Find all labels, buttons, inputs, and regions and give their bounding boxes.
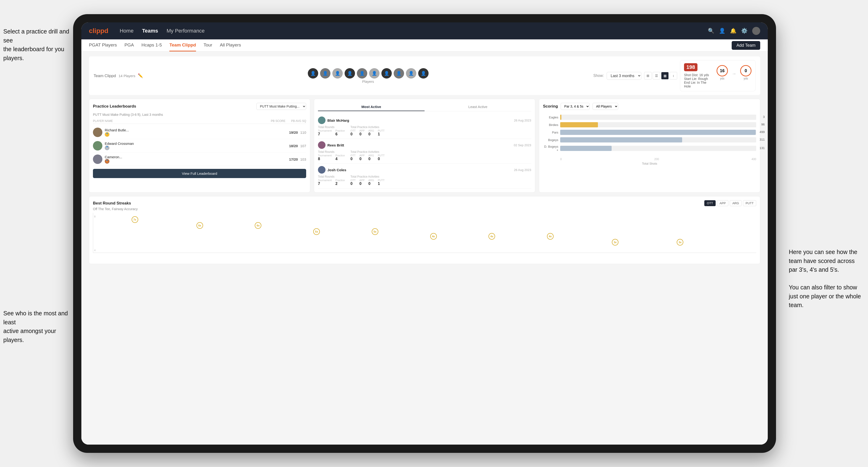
- streak-dot-circle-10: 3x: [677, 239, 683, 246]
- player-avatar-5[interactable]: 👤: [357, 68, 367, 79]
- pa-stats-1: Total Rounds Tournament 7 Practice 6: [318, 125, 531, 136]
- lb-name-1: Richard Butle...: [105, 128, 286, 132]
- subnav-pga[interactable]: PGA: [125, 39, 134, 52]
- lb-avg-2: 107: [300, 144, 306, 148]
- player-avatar-10[interactable]: 👤: [418, 68, 429, 79]
- nav-my-performance[interactable]: My Performance: [166, 28, 205, 34]
- axis-0: 0: [560, 158, 562, 161]
- streak-dot-8[interactable]: 4x: [547, 233, 554, 240]
- nav-home[interactable]: Home: [120, 28, 133, 34]
- pa-name-2: Rees Britt: [328, 143, 344, 147]
- bar-val-eagles: 3: [763, 115, 765, 119]
- streak-dot-5[interactable]: 5x: [372, 228, 378, 235]
- pa-tournament-1: Tournament 7: [318, 129, 332, 136]
- player-avatar-9[interactable]: 👤: [406, 68, 416, 79]
- bar-track-pars: 499: [560, 130, 756, 135]
- bar-fill-pars: [560, 130, 756, 135]
- streak-dot-9[interactable]: 3x: [612, 239, 618, 246]
- subnav: PGAT Players PGA Hcaps 1-5 Team Clippd T…: [81, 39, 768, 52]
- view-full-leaderboard-button[interactable]: View Full Leaderboard: [93, 169, 306, 178]
- lb-badge-1: 🏅: [105, 132, 110, 137]
- scoring-par-filter[interactable]: Par 3, 4 & 5s Par 3s Par 4s Par 5s: [561, 103, 590, 110]
- pa-rounds-row-3: Tournament 7 Practice 2: [318, 179, 345, 186]
- pa-activities-group-1: Total Practice Activities OTT 0 APP 0: [350, 125, 385, 136]
- subnav-pgat[interactable]: PGAT Players: [89, 39, 117, 52]
- pa-header-1: Blair McHarg 26 Aug 2023: [318, 117, 531, 124]
- streak-dot-4[interactable]: 5x: [313, 228, 320, 235]
- lb-score-1: 19/20: [289, 130, 298, 134]
- app-logo: clippd: [89, 27, 108, 35]
- streak-filter-app[interactable]: APP: [717, 200, 728, 206]
- streak-dot-2[interactable]: 6x: [196, 222, 203, 229]
- bar-row-birdies: Birdies 96: [543, 122, 756, 127]
- tab-least-active[interactable]: Least Active: [425, 103, 531, 111]
- player-avatar-1[interactable]: 👤: [308, 68, 318, 79]
- player-avatar-2[interactable]: 👤: [320, 68, 331, 79]
- streaks-subtitle: Off The Tee, Fairway Accuracy: [93, 207, 756, 211]
- players-label: Players: [362, 80, 374, 84]
- lb-name-2: Edward Crossman: [105, 142, 286, 146]
- scoring-card: Scoring Par 3, 4 & 5s Par 3s Par 4s Par …: [539, 99, 760, 192]
- drill-select[interactable]: PUTT Must Make Putting...: [256, 103, 306, 110]
- add-team-button[interactable]: Add Team: [732, 41, 760, 50]
- activity-card: Most Active Least Active Blair McHarg 26…: [314, 99, 535, 192]
- streak-dot-6[interactable]: 4x: [430, 233, 437, 240]
- profile-icon[interactable]: 👤: [719, 28, 725, 34]
- show-filter-select[interactable]: Last 3 months Last 6 months Last year: [607, 72, 641, 80]
- tab-most-active[interactable]: Most Active: [318, 103, 425, 111]
- player-avatar-7[interactable]: 👤: [381, 68, 392, 79]
- team-header: Team Clippd 14 Players ✏️ 👤 👤 👤 👤 👤 👤 👤: [89, 56, 760, 95]
- streak-dot-7[interactable]: 4x: [489, 233, 495, 240]
- navbar-icons: 🔍 👤 🔔 ⚙️: [708, 27, 760, 35]
- pa-stats-2: Total Rounds Tournament 8 Practice 4: [318, 150, 531, 161]
- search-icon[interactable]: 🔍: [708, 28, 714, 34]
- scoring-player-filter[interactable]: All Players: [592, 103, 618, 110]
- subnav-team-clippd[interactable]: Team Clippd: [169, 39, 196, 52]
- pa-rounds-row-1: Tournament 7 Practice 6: [318, 129, 345, 136]
- player-avatar-8[interactable]: 👤: [394, 68, 404, 79]
- bar-track-bogeys: 311: [560, 137, 756, 143]
- player-avatar-6[interactable]: 👤: [369, 68, 379, 79]
- streak-filter-arg[interactable]: ARG: [730, 200, 742, 206]
- circle-val-1: 16: [717, 65, 728, 76]
- view-card-icon[interactable]: ▦: [661, 72, 669, 80]
- bar-fill-dbogeys: [560, 146, 612, 151]
- pa-tournament-2: Tournament 8: [318, 154, 332, 161]
- pa-app-2: APP 0: [360, 154, 365, 161]
- pa-app-3: APP 0: [360, 179, 365, 186]
- practice-leaderboards-card: Practice Leaderboards PUTT Must Make Put…: [89, 99, 310, 192]
- col-player-name: PLAYER NAME: [93, 119, 271, 123]
- activity-player-3: Josh Coles 26 Aug 2023 Total Rounds Tour…: [318, 164, 531, 188]
- view-sort-icon[interactable]: ↕: [670, 72, 677, 80]
- player-avatar-3[interactable]: 👤: [332, 68, 343, 79]
- view-grid-icon[interactable]: ⊞: [644, 72, 652, 80]
- streak-dot-3[interactable]: 6x: [255, 222, 261, 229]
- bar-track-birdies: 96: [560, 122, 756, 127]
- edit-team-icon[interactable]: ✏️: [138, 73, 143, 78]
- streaks-title: Best Round Streaks: [93, 201, 131, 206]
- y-axis-top: 8: [94, 215, 96, 218]
- notification-icon[interactable]: 🔔: [730, 28, 736, 34]
- leaderboard-title: Practice Leaderboards: [93, 104, 136, 109]
- subnav-hcaps[interactable]: Hcaps 1-5: [142, 39, 162, 52]
- lb-avatar-1: [93, 128, 102, 137]
- streak-filter-ott[interactable]: OTT: [704, 200, 716, 206]
- pa-practice-1: Practice 6: [335, 129, 345, 136]
- circle-label-2: yds: [744, 77, 748, 80]
- subnav-all-players[interactable]: All Players: [220, 39, 241, 52]
- pa-date-2: 02 Sep 2023: [514, 144, 531, 147]
- nav-teams[interactable]: Teams: [142, 28, 158, 34]
- streak-dot-10[interactable]: 3x: [677, 239, 683, 246]
- settings-icon[interactable]: ⚙️: [741, 28, 747, 34]
- streaks-chart-container: 8 4 7x 6x 6x: [93, 213, 756, 260]
- shot-circle-2: 0 yds: [740, 65, 751, 80]
- user-avatar[interactable]: [752, 27, 760, 35]
- streak-dot-1[interactable]: 7x: [132, 216, 138, 223]
- shot-circles: 16 yds → 0 yds: [717, 65, 751, 80]
- streak-filter-putt[interactable]: PUTT: [743, 200, 756, 206]
- player-avatar-4[interactable]: 👤: [345, 68, 355, 79]
- main-cards-row: Practice Leaderboards PUTT Must Make Put…: [89, 99, 760, 192]
- scoring-title: Scoring: [543, 104, 558, 109]
- view-list-icon[interactable]: ☰: [653, 72, 660, 80]
- subnav-tour[interactable]: Tour: [204, 39, 212, 52]
